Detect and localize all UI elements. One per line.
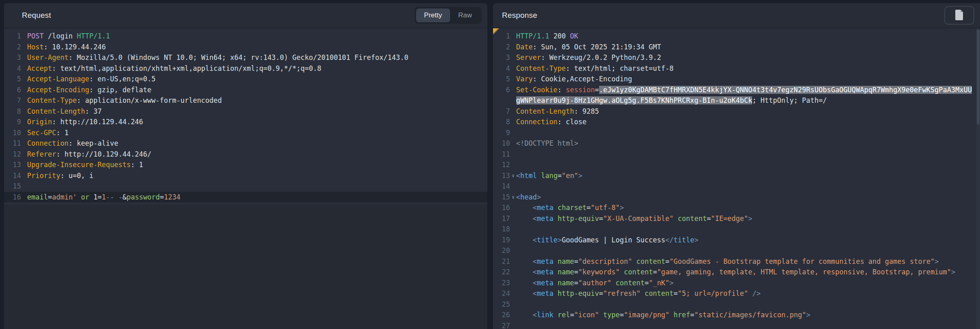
code-line-content: Content-Type: text/html; charset=utf-8 — [516, 63, 976, 74]
code-line-content: Server: Werkzeug/2.0.2 Python/3.9.2 — [516, 52, 976, 63]
code-line-content — [516, 224, 976, 235]
code-line-content: <meta charset="utf-8"> — [516, 202, 976, 213]
code-line-content: <meta http-equiv="X-UA-Compatible" conte… — [516, 213, 976, 224]
line-number: 7 — [4, 95, 21, 106]
line-number: 4 — [4, 63, 21, 74]
code-line-content — [516, 127, 976, 138]
fold-chevron-icon[interactable]: ∨ — [510, 170, 516, 181]
fold-gutter — [510, 63, 516, 74]
scrollbar-thumb[interactable] — [977, 30, 980, 125]
line-number: 11 — [493, 149, 510, 160]
line-number: 7 — [493, 106, 510, 117]
raw-button[interactable]: Raw — [450, 8, 480, 22]
code-line: 16 <meta charset="utf-8"> — [493, 202, 976, 213]
code-line-content: POST /login HTTP/1.1 — [27, 31, 487, 42]
line-number: 20 — [493, 245, 510, 256]
code-line: 24 <meta http-equiv="refresh" content="5… — [493, 288, 976, 299]
code-line: 13Upgrade-Insecure-Requests: 1 — [4, 159, 487, 170]
code-line: 6Set-Cookie: session=.eJw1yz0KgDAMBtC7fH… — [493, 85, 976, 106]
code-line: 1POST /login HTTP/1.1 — [4, 31, 487, 42]
fold-gutter — [510, 267, 516, 278]
line-number: 22 — [493, 267, 510, 278]
http-history-view: Request Pretty Raw 1POST /login HTTP/1.1… — [0, 0, 980, 329]
fold-chevron-icon[interactable]: ∨ — [510, 192, 516, 203]
line-number: 14 — [493, 181, 510, 192]
line-number: 2 — [4, 42, 21, 53]
line-number: 13 — [493, 170, 510, 181]
line-number: 3 — [493, 52, 510, 63]
line-number: 19 — [493, 235, 510, 246]
line-number: 6 — [493, 85, 510, 106]
code-line: 8Content-Length: 37 — [4, 106, 487, 117]
copy-response-button[interactable] — [944, 6, 974, 25]
line-number: 14 — [4, 170, 21, 181]
request-editor[interactable]: 1POST /login HTTP/1.12Host: 10.129.44.24… — [4, 28, 487, 205]
code-line: 16email=admin' or 1=1-- -&password=1234 — [4, 192, 487, 203]
code-line: 18 — [493, 224, 976, 235]
line-number: 25 — [493, 299, 510, 310]
code-line: 5Vary: Cookie,Accept-Encoding — [493, 74, 976, 85]
fold-gutter — [21, 138, 27, 149]
modified-corner-icon — [493, 28, 500, 35]
fold-gutter — [510, 138, 516, 149]
response-editor[interactable]: 1HTTP/1.1 200 OK2Date: Sun, 05 Oct 2025 … — [493, 28, 980, 329]
code-line: 11 — [493, 149, 976, 160]
code-line-content: Host: 10.129.44.246 — [27, 42, 487, 53]
code-line: 10<!DOCTYPE html> — [493, 138, 976, 149]
code-line: 4Accept: text/html,application/xhtml+xml… — [4, 63, 487, 74]
fold-gutter — [21, 181, 27, 192]
line-number: 15 — [4, 181, 21, 192]
code-line: 13∨<html lang="en"> — [493, 170, 976, 181]
code-line-content: <meta name="author" content="_nK"> — [516, 278, 976, 289]
code-line-content: Origin: http://10.129.44.246 — [27, 117, 487, 127]
pretty-button[interactable]: Pretty — [416, 8, 450, 22]
fold-gutter — [21, 85, 27, 96]
request-title: Request — [22, 11, 51, 20]
line-number: 27 — [493, 321, 510, 329]
code-line-content: <html lang="en"> — [516, 170, 976, 181]
fold-gutter — [510, 74, 516, 85]
code-line: 3User-Agent: Mozilla/5.0 (Windows NT 10.… — [4, 52, 487, 63]
code-line-content: <head> — [516, 192, 976, 203]
code-line: 14Priority: u=0, i — [4, 170, 487, 181]
line-number: 21 — [493, 256, 510, 267]
fold-gutter — [21, 117, 27, 127]
code-line: 15 — [4, 181, 487, 192]
code-line: 6Accept-Encoding: gzip, deflate — [4, 85, 487, 96]
response-code: 1HTTP/1.1 200 OK2Date: Sun, 05 Oct 2025 … — [493, 31, 976, 329]
fold-gutter — [510, 31, 516, 42]
code-line-content — [516, 159, 976, 170]
line-number: 26 — [493, 310, 510, 321]
line-number: 10 — [4, 127, 21, 138]
fold-gutter — [510, 235, 516, 246]
line-number: 9 — [493, 127, 510, 138]
code-line-content — [516, 245, 976, 256]
fold-gutter — [21, 52, 27, 63]
code-line: 7Content-Type: application/x-www-form-ur… — [4, 95, 487, 106]
line-number: 11 — [4, 138, 21, 149]
code-line-content: Sec-GPC: 1 — [27, 127, 487, 138]
code-line: 12 — [493, 159, 976, 170]
code-line-content: <link rel="icon" type="image/png" href="… — [516, 310, 976, 321]
code-line: 2Date: Sun, 05 Oct 2025 21:19:34 GMT — [493, 42, 976, 53]
line-number: 13 — [4, 159, 21, 170]
fold-gutter — [510, 127, 516, 138]
code-line: 15∨<head> — [493, 192, 976, 203]
fold-gutter — [510, 85, 516, 106]
request-panel: Request Pretty Raw 1POST /login HTTP/1.1… — [4, 3, 487, 329]
code-line: 10Sec-GPC: 1 — [4, 127, 487, 138]
code-line-content: Accept: text/html,application/xhtml+xml,… — [27, 63, 487, 74]
line-number: 4 — [493, 63, 510, 74]
fold-gutter — [21, 106, 27, 117]
code-line-content — [516, 321, 976, 329]
response-scrollbar[interactable] — [976, 28, 980, 329]
code-line: 22 <meta name="keywords" content="game, … — [493, 267, 976, 278]
fold-gutter — [510, 288, 516, 299]
line-number: 5 — [4, 74, 21, 85]
code-line: 1HTTP/1.1 200 OK — [493, 31, 976, 42]
fold-gutter — [21, 42, 27, 53]
code-line-content: Priority: u=0, i — [27, 170, 487, 181]
fold-gutter — [510, 245, 516, 256]
code-line-content: <meta name="description" content="GoodGa… — [516, 256, 976, 267]
fold-gutter — [21, 95, 27, 106]
